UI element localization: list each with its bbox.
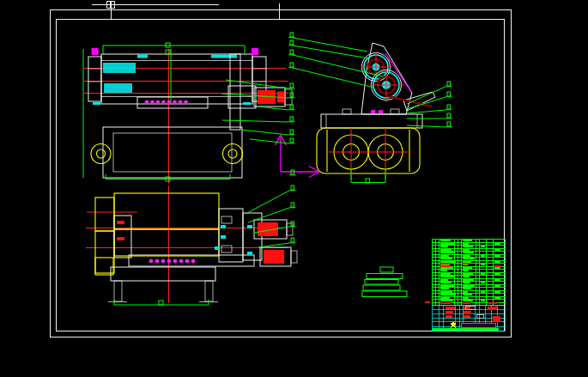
balloon-label[interactable] — [290, 83, 294, 88]
centering-mark-icon — [107, 2, 115, 21]
balloon-label[interactable] — [290, 63, 294, 67]
balloon-label[interactable] — [290, 33, 294, 37]
balloon-label[interactable] — [290, 130, 294, 134]
base-frame[interactable] — [103, 127, 242, 178]
balloon-label[interactable] — [447, 105, 451, 109]
balloon-label[interactable] — [291, 203, 294, 207]
balloon-label[interactable] — [290, 40, 294, 45]
hatch-area — [137, 55, 148, 58]
hatch-area — [104, 83, 132, 93]
support-column — [230, 54, 240, 130]
dimension-label — [159, 301, 163, 305]
belt-line — [388, 96, 432, 106]
title-block[interactable] — [433, 306, 506, 331]
hatch-area — [243, 102, 251, 105]
left-bearing[interactable] — [88, 57, 101, 101]
datum-arrows-icon — [276, 135, 320, 178]
balloon-label[interactable] — [447, 82, 451, 86]
balloon-label[interactable] — [447, 122, 451, 126]
platform[interactable] — [321, 114, 422, 128]
wheel-left[interactable] — [91, 144, 111, 164]
front-view[interactable] — [83, 43, 292, 184]
roller-drum-lower[interactable] — [114, 229, 219, 256]
hatch-area — [211, 55, 237, 58]
bom-parts-table[interactable] — [433, 240, 506, 306]
left-cap — [92, 48, 99, 55]
motor-block[interactable] — [264, 250, 284, 264]
cad-viewport[interactable] — [0, 0, 588, 377]
drawing-canvas[interactable] — [0, 0, 588, 377]
hatch-area — [93, 102, 100, 105]
balloon-label[interactable] — [290, 50, 294, 54]
wheel-right[interactable] — [223, 144, 243, 164]
balloon-label[interactable] — [447, 92, 451, 96]
hatch-area — [103, 63, 136, 73]
balloon-label[interactable] — [291, 238, 294, 242]
highlight-bar — [462, 324, 496, 328]
balloon-label[interactable] — [290, 117, 294, 121]
balloon-label[interactable] — [447, 113, 451, 118]
leader-lines — [221, 38, 446, 247]
balloon-label[interactable] — [291, 185, 294, 190]
side-view[interactable] — [317, 43, 435, 183]
red-tick — [425, 301, 430, 303]
balloon-label[interactable] — [290, 105, 294, 109]
stacked-plates-symbol — [362, 267, 407, 297]
balloon-label[interactable] — [290, 138, 294, 143]
dimension-label — [166, 50, 170, 54]
signature-bar — [433, 328, 499, 331]
balloon-labels[interactable] — [288, 33, 452, 243]
gearbox[interactable] — [228, 86, 256, 108]
support-frame — [111, 267, 215, 281]
roller-drum[interactable] — [114, 193, 219, 229]
right-cap — [252, 48, 258, 55]
